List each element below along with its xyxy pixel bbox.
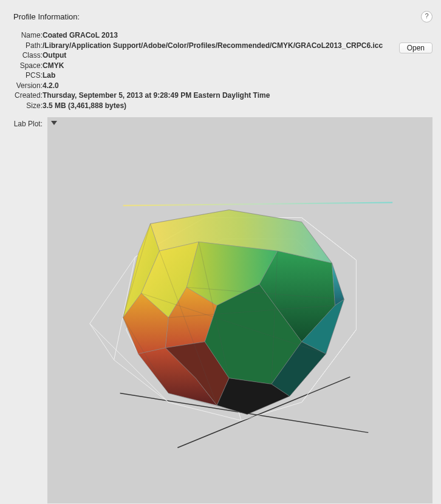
profile-info-table: Name: Coated GRACoL 2013 Path: /Library/…: [13, 31, 383, 111]
label-class: Class:: [13, 51, 43, 61]
label-created: Created:: [13, 91, 43, 101]
profile-gamut-body: [123, 210, 344, 415]
label-name: Name:: [13, 31, 43, 41]
value-space: CMYK: [43, 61, 383, 72]
label-lab-plot: Lab Plot:: [13, 117, 47, 128]
value-name: Coated GRACoL 2013: [43, 31, 383, 41]
lab-plot-area[interactable]: [47, 117, 432, 503]
value-class: Output: [43, 51, 383, 61]
value-size: 3.5 MB (3,461,888 bytes): [43, 101, 383, 112]
chroma-axis: [123, 203, 393, 206]
value-pcs: Lab: [43, 71, 383, 81]
gamut-plot: [47, 117, 432, 503]
label-path: Path:: [13, 41, 43, 52]
value-path: /Library/Application Support/Adobe/Color…: [43, 41, 383, 50]
label-version: Version:: [13, 81, 43, 92]
value-version: 4.2.0: [43, 81, 383, 92]
value-created: Thursday, September 5, 2013 at 9:28:49 P…: [43, 91, 383, 101]
label-pcs: PCS:: [13, 71, 43, 81]
open-button[interactable]: Open: [399, 43, 432, 53]
panel-title: Profile Information:: [13, 12, 80, 21]
help-button[interactable]: ?: [421, 11, 432, 22]
label-size: Size:: [13, 101, 43, 112]
label-space: Space:: [13, 61, 43, 72]
